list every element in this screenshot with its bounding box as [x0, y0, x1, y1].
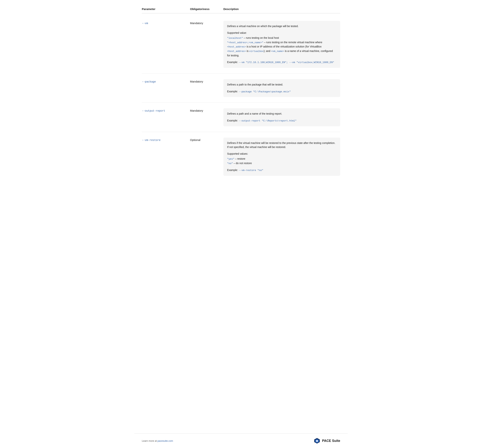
table-row: --vm-restore Optional Defines if the vir…: [142, 132, 340, 182]
header-oblig: Obligatoriness: [190, 8, 223, 11]
desc-col: Defines a path to the package that will …: [223, 79, 340, 97]
desc-example: Example: --vm-restore "no": [227, 168, 336, 172]
desc-col: Defines a path and a name of the testing…: [223, 108, 340, 126]
example-label: Example:: [227, 168, 238, 172]
desc-example: Example: --output-report "C:\Reports\rep…: [227, 119, 336, 123]
code-virtualbox: virtualbox: [249, 50, 264, 53]
footer-learn-text: Learn more at: [142, 440, 158, 442]
footer-brand: PACE Suite: [314, 438, 340, 444]
oblig-col: Mandatory: [190, 108, 223, 112]
desc-supported: Supported values: "yes" – restore "no" –…: [227, 152, 336, 165]
param-name: --vm-restore: [142, 139, 160, 142]
desc-supported: Supported value: "localhost" – runs test…: [227, 31, 336, 57]
obligatoriness-label: Mandatory: [190, 109, 203, 112]
pace-suite-logo-icon: [314, 438, 320, 444]
supported-item-no: "no" – do not restore: [227, 161, 336, 166]
table-header: Parameter Obligatoriness Description: [142, 8, 340, 13]
example-label: Example:: [227, 119, 238, 123]
example-code: --vm-restore "no": [239, 168, 263, 172]
supported-item-yes: "yes" – restore: [227, 157, 336, 161]
text-localhost: – runs testing on the local host: [243, 36, 279, 39]
desc-intro: Defines a path and a name of the testing…: [227, 112, 336, 116]
param-col: --package: [142, 79, 190, 83]
param-col: --vm: [142, 21, 190, 25]
example-code: --vm "172.16.1.100;WIN10_1809_EN"; --vm …: [239, 61, 334, 64]
example-label: Example:: [227, 89, 238, 94]
desc-col: Defines if the virtual machine will be r…: [223, 138, 340, 176]
desc-example: Example: --vm "172.16.1.100;WIN10_1809_E…: [227, 60, 336, 64]
table-row: --output-report Mandatory Defines a path…: [142, 103, 340, 132]
text-no: – do not restore: [233, 162, 252, 165]
param-name: --package: [142, 80, 156, 83]
code-localhost: "localhost": [227, 37, 243, 40]
example-code: --package "C:\Packages\package.msix": [239, 90, 291, 94]
supported-item-1: "localhost" – runs testing on the local …: [227, 36, 336, 40]
brand-name: PACE Suite: [322, 439, 340, 443]
desc-intro: Defines if the virtual machine will be r…: [227, 141, 336, 149]
supported-label: Supported value:: [227, 31, 336, 35]
table-row: --package Mandatory Defines a path to th…: [142, 74, 340, 103]
supported-label: Supported values:: [227, 152, 336, 156]
code-host-vm: "<host_addres>;<vm_name>": [227, 41, 263, 44]
obligatoriness-label: Mandatory: [190, 80, 203, 83]
oblig-col: Optional: [190, 138, 223, 142]
obligatoriness-label: Optional: [190, 138, 200, 142]
desc-example: Example: --package "C:\Packages\package.…: [227, 89, 336, 94]
example-code: --output-report "C:\Reports\report.html": [239, 119, 296, 123]
param-col: --vm-restore: [142, 138, 190, 142]
text-is: is: [246, 49, 249, 52]
param-name: --output-report: [142, 109, 165, 112]
footer: Learn more at pacesuite.com PACE Suite: [134, 433, 348, 448]
code-yes: "yes": [227, 158, 234, 160]
footer-learn: Learn more at pacesuite.com: [142, 440, 173, 442]
oblig-col: Mandatory: [190, 79, 223, 83]
code-vm-name: <vm_name>: [271, 50, 284, 53]
code-host-addres: <host_addres>: [227, 45, 246, 48]
obligatoriness-label: Mandatory: [190, 22, 203, 25]
header-desc: Description: [223, 8, 340, 11]
text-host-addres: is a host or IP address of the virtualiz…: [246, 45, 322, 48]
example-label: Example:: [227, 60, 238, 64]
supported-item-2: "<host_addres>;<vm_name>" – runs testing…: [227, 40, 336, 58]
code-no: "no": [227, 162, 233, 165]
footer-link[interactable]: pacesuite.com: [158, 440, 173, 442]
desc-col: Defines a virtual machine on which the p…: [223, 21, 340, 68]
desc-intro: Defines a virtual machine on which the p…: [227, 24, 336, 28]
text-and: ); and: [264, 49, 271, 52]
header-param: Parameter: [142, 8, 190, 11]
desc-intro: Defines a path to the package that will …: [227, 82, 336, 87]
text-yes: – restore: [234, 157, 245, 160]
table-row: --vm Mandatory Defines a virtual machine…: [142, 15, 340, 74]
param-name: --vm: [142, 22, 148, 25]
code-host-addres2: <host_addres>: [227, 50, 246, 53]
param-col: --output-report: [142, 108, 190, 112]
oblig-col: Mandatory: [190, 21, 223, 25]
text-host-vm: – runs testing on the remote virtual mac…: [263, 41, 322, 44]
